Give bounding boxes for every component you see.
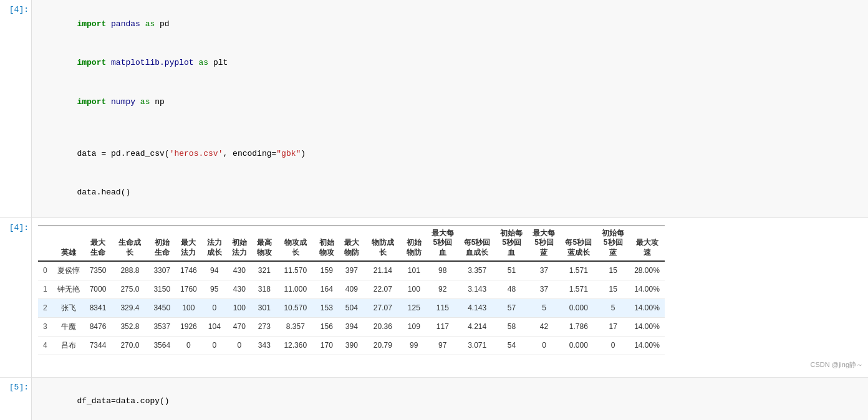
cell-3-init-mp: 470 [227, 317, 252, 336]
keyword-import-2: import [77, 58, 111, 67]
cell-0-init-regen: 51 [495, 261, 528, 280]
alias-pd: pd [160, 19, 170, 29]
cell-4-max-mana-regen: 0 [528, 336, 560, 355]
cell-1-max-mp: 1760 [175, 280, 202, 298]
cell-1-def-growth: 22.07 [364, 280, 402, 298]
cell-2-max-hp: 8341 [85, 298, 112, 317]
table-row: 0 夏侯惇 7350 288.8 3307 1746 94 430 321 11… [38, 261, 665, 280]
cell-2-max-atk: 301 [252, 298, 277, 317]
cell-0-max-def: 397 [339, 261, 364, 280]
cell-3-regen-growth: 4.214 [459, 317, 496, 336]
cell-4-code: [4]: import pandas as pd import matplotl… [0, 0, 868, 218]
keyword-import-1: import [77, 19, 111, 29]
cell-3-init-mana-regen: 17 [597, 317, 629, 336]
col-header-init-atk: 初始物攻 [314, 226, 339, 260]
cell-3-max-aspd: 14.00% [629, 317, 665, 336]
cell-2-max-def: 504 [339, 298, 364, 317]
cell-2-max-mp: 100 [175, 298, 202, 317]
cell-2-max-regen: 115 [427, 298, 459, 317]
cell-2-init-mana-regen: 5 [597, 298, 629, 317]
cell-1-regen-growth: 3.143 [459, 280, 496, 298]
cell-1-mana-regen-growth: 1.571 [560, 280, 597, 298]
cell-4-def-growth: 20.79 [364, 336, 402, 355]
cell-4-max-atk: 343 [252, 336, 277, 355]
col-header-max-hp: 最大生命 [85, 226, 112, 260]
row-index-3: 3 [38, 317, 52, 336]
cell-0-hp-growth: 288.8 [111, 261, 148, 280]
cell-1-max-aspd: 14.00% [629, 280, 665, 298]
cell-0-init-mp: 430 [227, 261, 252, 280]
hero-name-4: 吕布 [52, 336, 85, 355]
table-row: 2 张飞 8341 329.4 3450 100 0 100 301 10.57… [38, 298, 665, 317]
cell-2-regen-growth: 4.143 [459, 298, 496, 317]
row-index-2: 2 [38, 298, 52, 317]
cell-0-atk-growth: 11.570 [277, 261, 314, 280]
cell-4-max-def: 390 [339, 336, 364, 355]
cell-4-hp-growth: 270.0 [111, 336, 148, 355]
cell-2-atk-growth: 10.570 [277, 298, 314, 317]
cell-1-init-hp: 3150 [148, 280, 175, 298]
code-line-3: import numpy as np [38, 83, 862, 122]
cell-0-max-hp: 7350 [85, 261, 112, 280]
cell-3-mana-regen-growth: 1.786 [560, 317, 597, 336]
code-line-blank [38, 122, 862, 135]
cell-1-max-atk: 318 [252, 280, 277, 298]
cell-1-init-def: 100 [402, 280, 427, 298]
cell-4-code-label: [4]: [0, 0, 31, 19]
cell-4-max-aspd: 14.00% [629, 336, 665, 355]
module-numpy: numpy [111, 97, 140, 107]
cell-3-hp-growth: 352.8 [111, 317, 148, 336]
col-header-hero: 英雄 [52, 226, 85, 260]
cell-4-init-mp: 0 [227, 336, 252, 355]
hero-name-0: 夏侯惇 [52, 261, 85, 280]
cell-0-mp-growth: 94 [202, 261, 227, 280]
code-encoding-param: , encoding= [223, 149, 276, 158]
cell-4-mp-growth: 0 [202, 336, 227, 355]
hero-name-2: 张飞 [52, 298, 85, 317]
cell-4-code-content[interactable]: import pandas as pd import matplotlib.py… [31, 0, 868, 217]
cell-1-init-regen: 48 [495, 280, 528, 298]
dataframe-table: 英雄 最大生命 生命成长 初始生命 最大法力 法力成长 初始法力 最高物攻 物攻… [38, 226, 665, 355]
code-line-df-copy: df_data=data.copy() [38, 383, 862, 420]
cell-1-max-regen: 92 [427, 280, 459, 298]
cell-1-hp-growth: 275.0 [111, 280, 148, 298]
cell-3-atk-growth: 8.357 [277, 317, 314, 336]
cell-5-code-label: [5]: [0, 378, 31, 397]
code-paren-close: ) [301, 149, 306, 158]
cell-4-mana-regen-growth: 0.000 [560, 336, 597, 355]
col-header-regen-growth: 每5秒回血成长 [459, 226, 496, 260]
cell-1-max-hp: 7000 [85, 280, 112, 298]
cell-0-init-atk: 159 [314, 261, 339, 280]
code-csv-filename: 'heros.csv' [170, 149, 223, 158]
hero-name-3: 牛魔 [52, 317, 85, 336]
cell-2-hp-growth: 329.4 [111, 298, 148, 317]
col-header-hp-growth: 生命成长 [111, 226, 148, 260]
cell-2-init-regen: 57 [495, 298, 528, 317]
cell-2-init-mp: 100 [227, 298, 252, 317]
cell-5-code: [5]: df_data=data.copy() df_data.describ… [0, 378, 868, 420]
table-row: 1 钟无艳 7000 275.0 3150 1760 95 430 318 11… [38, 280, 665, 298]
cell-0-def-growth: 21.14 [364, 261, 402, 280]
cell-0-mana-regen-growth: 1.571 [560, 261, 597, 280]
col-header-atk-growth: 物攻成长 [277, 226, 314, 260]
cell-1-max-def: 409 [339, 280, 364, 298]
notebook: [4]: import pandas as pd import matplotl… [0, 0, 868, 420]
col-header-init-regen: 初始每5秒回血 [495, 226, 528, 260]
cell-2-max-mana-regen: 5 [528, 298, 560, 317]
cell-5-code-content[interactable]: df_data=data.copy() df_data.describe() [31, 378, 868, 420]
code-line-1: import pandas as pd [38, 5, 862, 44]
cell-3-max-mp: 1926 [175, 317, 202, 336]
code-head-call: data.head() [77, 188, 130, 197]
cell-3-init-def: 109 [402, 317, 427, 336]
cell-2-mana-regen-growth: 0.000 [560, 298, 597, 317]
col-header-max-regen: 最大每5秒回血 [427, 226, 459, 260]
as-keyword-3: as [140, 97, 155, 107]
cell-4-output-content: 英雄 最大生命 生命成长 初始生命 最大法力 法力成长 初始法力 最高物攻 物攻… [31, 218, 868, 377]
cell-4-init-atk: 170 [314, 336, 339, 355]
code-df-copy: df_data=data.copy() [77, 396, 169, 406]
cell-2-mp-growth: 0 [202, 298, 227, 317]
code-line-2: import matplotlib.pyplot as plt [38, 44, 862, 82]
cell-1-init-mp: 430 [227, 280, 252, 298]
cell-3-max-hp: 8476 [85, 317, 112, 336]
col-header-init-mana-regen: 初始每5秒回蓝 [597, 226, 629, 260]
